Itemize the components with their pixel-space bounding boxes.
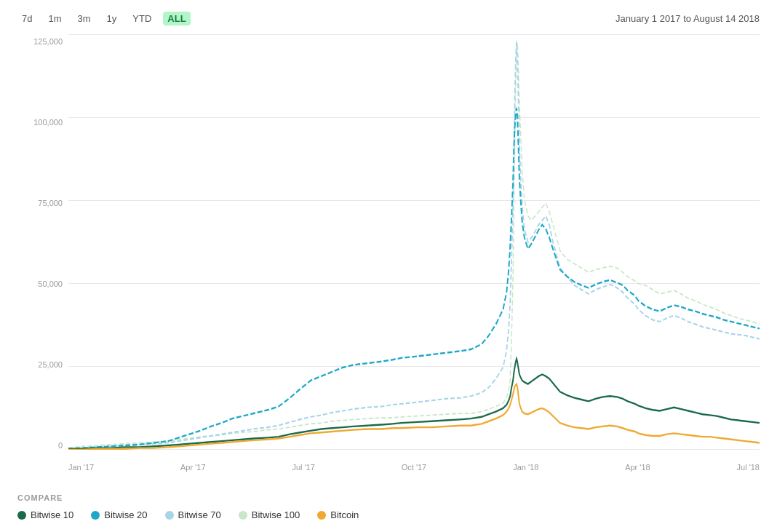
x-label-jan18: Jan '18: [513, 463, 538, 472]
legend-item-bitwise10: Bitwise 10: [17, 509, 73, 520]
x-label-oct17: Oct '17: [402, 463, 427, 472]
filter-7d[interactable]: 7d: [17, 12, 36, 25]
bitwise70-label: Bitwise 70: [178, 509, 221, 520]
compare-label: COMPARE: [17, 493, 760, 502]
date-range: January 1 2017 to August 14 2018: [615, 13, 760, 24]
y-label-0: 0: [17, 441, 68, 450]
chart-svg: [68, 34, 760, 450]
x-label-jul18: Jul '18: [737, 463, 760, 472]
chart-plot: Jan '17 Apr '17 Jul '17 Oct '17 Jan '18 …: [68, 34, 760, 472]
filter-3m[interactable]: 3m: [73, 12, 95, 25]
filter-1y[interactable]: 1y: [103, 12, 121, 25]
y-label-100k: 100,000: [17, 118, 68, 127]
legend-item-bitwise20: Bitwise 20: [91, 509, 147, 520]
legend-section: COMPARE Bitwise 10 Bitwise 20 Bitwise 70…: [17, 486, 760, 520]
y-label-50k: 50,000: [17, 279, 68, 288]
legend-item-bitcoin: Bitcoin: [317, 509, 359, 520]
bitcoin-label: Bitcoin: [330, 509, 359, 520]
x-label-jul17: Jul '17: [292, 463, 314, 472]
x-label-apr18: Apr '18: [625, 463, 650, 472]
x-label-jan17: Jan '17: [68, 463, 94, 472]
filter-1m[interactable]: 1m: [44, 12, 65, 25]
bitwise20-line: [68, 108, 760, 449]
filter-all[interactable]: ALL: [163, 12, 190, 25]
top-bar: 7d 1m 3m 1y YTD ALL January 1 2017 to Au…: [17, 12, 760, 25]
y-label-75k: 75,000: [17, 199, 68, 207]
bitwise70-dot: [165, 511, 174, 520]
bitwise10-label: Bitwise 10: [31, 509, 73, 520]
filter-ytd[interactable]: YTD: [128, 12, 156, 25]
bitwise100-dot: [239, 511, 247, 520]
y-axis: 125,000 100,000 75,000 50,000 25,000 0: [17, 34, 68, 472]
bitwise100-label: Bitwise 100: [252, 509, 300, 520]
x-axis: Jan '17 Apr '17 Jul '17 Oct '17 Jan '18 …: [68, 450, 760, 472]
bitcoin-dot: [317, 511, 326, 520]
bitwise20-dot: [91, 511, 100, 520]
bitwise10-dot: [17, 511, 26, 520]
chart-container: 7d 1m 3m 1y YTD ALL January 1 2017 to Au…: [0, 0, 777, 532]
legend-items: Bitwise 10 Bitwise 20 Bitwise 70 Bitwise…: [17, 509, 760, 520]
legend-item-bitwise70: Bitwise 70: [165, 509, 221, 520]
legend-item-bitwise100: Bitwise 100: [239, 509, 300, 520]
x-label-apr17: Apr '17: [180, 463, 206, 472]
chart-area: 125,000 100,000 75,000 50,000 25,000 0: [17, 34, 760, 472]
time-filters: 7d 1m 3m 1y YTD ALL: [17, 12, 191, 25]
y-label-25k: 25,000: [17, 360, 68, 369]
y-label-125k: 125,000: [17, 37, 68, 46]
bitwise100-line: [68, 43, 760, 448]
bitwise70-line: [68, 41, 760, 449]
bitwise20-label: Bitwise 20: [104, 509, 147, 520]
